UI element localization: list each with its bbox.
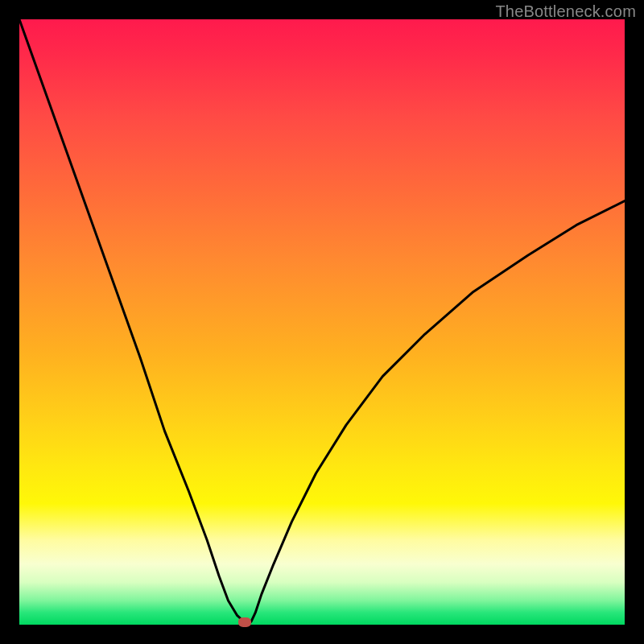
watermark-text: TheBottleneck.com <box>495 2 636 21</box>
bottleneck-curve <box>19 19 625 625</box>
optimal-point-marker <box>238 617 251 627</box>
chart-plot-area <box>19 19 625 625</box>
